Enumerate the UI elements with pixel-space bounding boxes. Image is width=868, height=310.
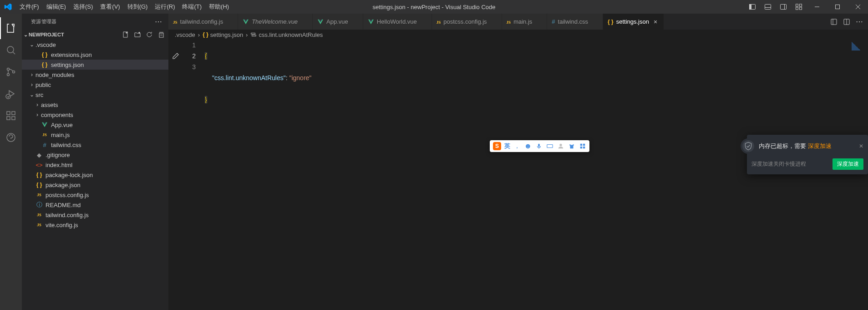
breadcrumb-item[interactable]: css.lint.unknownAtRules <box>259 31 323 38</box>
menu-view[interactable]: 查看(V) <box>96 0 123 14</box>
skin-icon[interactable] <box>568 142 576 150</box>
menu-run[interactable]: 运行(R) <box>151 0 178 14</box>
activity-chat[interactable] <box>0 127 22 148</box>
menu-selection[interactable]: 选择(S) <box>70 0 96 14</box>
editor-tab[interactable]: HelloWorld.vue× <box>363 14 432 30</box>
editor-tab[interactable]: JStailwind.config.js× <box>168 14 238 30</box>
html-icon: <> <box>36 162 42 168</box>
svg-rect-34 <box>252 35 256 36</box>
folder-item[interactable]: ›components <box>22 110 168 120</box>
toggle-primary-sidebar-icon[interactable] <box>745 0 760 14</box>
svg-rect-7 <box>800 4 802 6</box>
folder-name: assets <box>41 102 58 108</box>
file-item[interactable]: { }package.json <box>22 180 168 190</box>
keyboard-icon[interactable] <box>546 142 554 150</box>
minimap[interactable] <box>852 41 861 51</box>
folder-name: node_modules <box>36 71 74 78</box>
file-item[interactable]: JSmain.js <box>22 130 168 140</box>
split-editor-icon[interactable] <box>842 17 852 27</box>
ime-toolbar[interactable]: S 英 ， ☻ <box>490 140 589 152</box>
new-file-icon[interactable] <box>122 31 129 38</box>
ime-punct-icon[interactable]: ， <box>513 142 521 150</box>
activity-search[interactable] <box>0 39 22 61</box>
svg-rect-43 <box>580 144 582 146</box>
activity-explorer[interactable] <box>0 17 22 39</box>
close-tab-icon[interactable]: × <box>652 18 659 25</box>
toggle-secondary-sidebar-icon[interactable] <box>776 0 791 14</box>
sidebar-more-icon[interactable]: ⋯ <box>155 17 165 26</box>
activity-source-control[interactable] <box>0 61 22 83</box>
toggle-panel-icon[interactable] <box>760 0 776 14</box>
js-icon: JS <box>507 20 511 25</box>
user-icon[interactable] <box>557 142 565 150</box>
editor-tab[interactable]: #tailwind.css× <box>547 14 603 30</box>
menu-go[interactable]: 转到(G) <box>124 0 152 14</box>
editor-tabs: JStailwind.config.js×TheWelcome.vue×App.… <box>168 14 868 30</box>
activity-extensions[interactable] <box>0 105 22 127</box>
popup-subtext: 深度加速关闭卡慢进程 <box>751 160 806 168</box>
toolbox-icon[interactable] <box>579 142 587 150</box>
vue-icon <box>317 19 324 25</box>
css-icon: # <box>43 142 46 148</box>
ime-lang-label[interactable]: 英 <box>504 142 510 150</box>
file-item[interactable]: JSpostcss.config.js <box>22 190 168 200</box>
editor-tab[interactable]: { }settings.json× <box>603 14 664 30</box>
breadcrumb-item[interactable]: settings.json <box>210 31 243 38</box>
folder-item[interactable]: ⌄src <box>22 90 168 100</box>
file-item[interactable]: { }settings.json <box>22 60 168 70</box>
folder-section-header[interactable]: ⌄ NEWPROJECT <box>22 30 168 40</box>
menu-terminal[interactable]: 终端(T) <box>178 0 205 14</box>
collapse-all-icon[interactable] <box>157 31 165 38</box>
editor-tab[interactable]: TheWelcome.vue× <box>238 14 313 30</box>
css-icon: # <box>552 18 555 25</box>
file-item[interactable]: { }package-lock.json <box>22 170 168 180</box>
file-item[interactable]: <>index.html <box>22 160 168 170</box>
json-value: "ignore" <box>289 74 311 81</box>
shield-icon <box>741 138 756 154</box>
editor-tab[interactable]: JSpostcss.config.js× <box>432 14 502 30</box>
popup-close-icon[interactable]: ✕ <box>859 143 863 149</box>
folder-item[interactable]: ›node_modules <box>22 70 168 80</box>
folder-item[interactable]: ⌄.vscode <box>22 40 168 50</box>
file-item[interactable]: ◆.gitignore <box>22 150 168 160</box>
tab-label: tailwind.css <box>558 18 588 25</box>
open-changes-icon[interactable] <box>829 17 839 27</box>
editor-tab[interactable]: JSmain.js× <box>502 14 548 30</box>
accelerate-button[interactable]: 深度加速 <box>832 158 863 170</box>
js-icon: JS <box>37 223 41 227</box>
vue-icon <box>41 122 48 128</box>
file-item[interactable]: { }extensions.json <box>22 50 168 60</box>
file-item[interactable]: JStailwind.config.js <box>22 210 168 220</box>
more-actions-icon[interactable]: ⋯ <box>854 17 864 27</box>
svg-rect-45 <box>580 147 582 148</box>
menu-help[interactable]: 帮助(H) <box>205 0 233 14</box>
file-item[interactable]: ⓘREADME.md <box>22 200 168 210</box>
js-icon: JS <box>37 193 41 197</box>
customize-layout-icon[interactable] <box>791 0 807 14</box>
refresh-icon[interactable] <box>146 31 153 38</box>
file-name: postcss.config.js <box>46 192 89 198</box>
editor-tab[interactable]: App.vue× <box>313 14 363 30</box>
file-item[interactable]: App.vue <box>22 120 168 130</box>
menu-edit[interactable]: 编辑(E) <box>43 0 70 14</box>
file-item[interactable]: JSvite.config.js <box>22 220 168 230</box>
emoji-icon[interactable]: ☻ <box>524 142 532 150</box>
code-editor[interactable]: 1 2 3 { "css.lint.unknownAtRules": "igno… <box>168 40 868 310</box>
breadcrumb[interactable]: .vscode › { }settings.json › css.lint.un… <box>168 30 868 40</box>
folder-item[interactable]: ›public <box>22 80 168 90</box>
new-folder-icon[interactable] <box>134 31 141 38</box>
breadcrumb-item[interactable]: .vscode <box>175 31 195 38</box>
code-content[interactable]: { "css.lint.unknownAtRules": "ignore" } <box>205 40 868 310</box>
voice-icon[interactable] <box>535 142 543 150</box>
folder-item[interactable]: ›assets <box>22 100 168 110</box>
json-key: "css.lint.unknownAtRules" <box>212 74 286 81</box>
maximize-button[interactable] <box>827 0 848 14</box>
menu-file[interactable]: 文件(F) <box>16 0 43 14</box>
activity-run-debug[interactable] <box>0 83 22 105</box>
tab-label: settings.json <box>616 18 649 25</box>
file-item[interactable]: #tailwind.css <box>22 140 168 150</box>
close-button[interactable] <box>848 0 868 14</box>
minimize-button[interactable] <box>807 0 827 14</box>
chevron-right-icon: › <box>246 31 248 38</box>
vue-icon <box>368 19 374 25</box>
